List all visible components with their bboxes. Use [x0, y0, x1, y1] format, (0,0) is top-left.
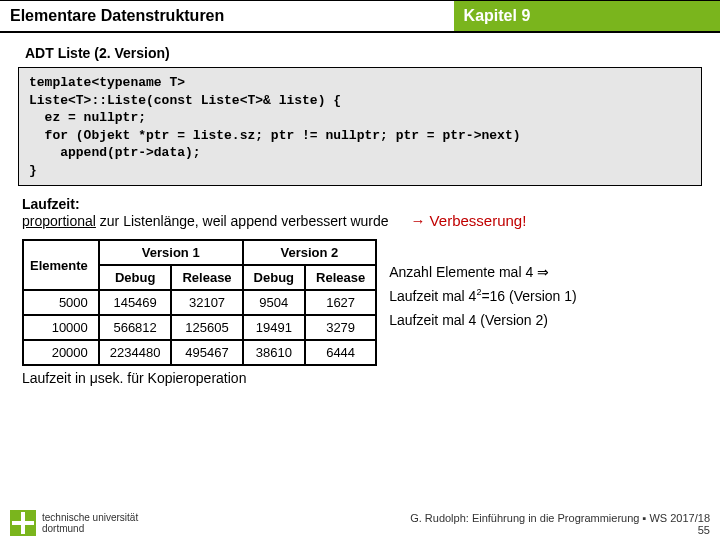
col-release1: Release — [171, 265, 242, 290]
header-chapter: Kapitel 9 — [454, 0, 720, 31]
uni-line2: dortmund — [42, 523, 138, 534]
cell-n: 10000 — [23, 315, 99, 340]
cell-n: 20000 — [23, 340, 99, 365]
group-version2: Version 2 — [243, 240, 377, 265]
cell: 6444 — [305, 340, 376, 365]
sidenote-line1: Anzahl Elemente mal 4 ⇒ — [389, 261, 577, 285]
sidenote-line3: Laufzeit mal 4 (Version 2) — [389, 309, 577, 333]
col-debug2: Debug — [243, 265, 305, 290]
slide-header: Elementare Datenstrukturen Kapitel 9 — [0, 0, 720, 33]
cell-n: 5000 — [23, 290, 99, 315]
cell: 3279 — [305, 315, 376, 340]
credit-text: G. Rudolph: Einführung in die Programmie… — [410, 512, 710, 524]
section-title: ADT Liste (2. Version) — [25, 45, 720, 61]
cell: 566812 — [99, 315, 172, 340]
code-block: template<typename T> Liste<T>::Liste(con… — [18, 67, 702, 186]
cell: 145469 — [99, 290, 172, 315]
performance-table: Elemente Version 1 Version 2 Debug Relea… — [22, 239, 377, 366]
sidenote-l2a: Laufzeit mal 4 — [389, 288, 476, 304]
tu-logo-icon — [10, 510, 36, 536]
university-logo: technische universität dortmund — [10, 510, 138, 536]
runtime-note: Laufzeit: proportional zur Listenlänge, … — [22, 196, 698, 229]
header-topic: Elementare Datenstrukturen — [0, 0, 454, 31]
runtime-text: zur Listenlänge, weil append verbessert … — [96, 213, 389, 229]
cell: 32107 — [171, 290, 242, 315]
cell: 38610 — [243, 340, 305, 365]
footer: technische universität dortmund G. Rudol… — [0, 506, 720, 538]
cell: 19491 — [243, 315, 305, 340]
cell: 2234480 — [99, 340, 172, 365]
page-number: 55 — [698, 524, 710, 536]
runtime-label: Laufzeit: — [22, 196, 80, 212]
university-name: technische universität dortmund — [42, 512, 138, 534]
sidenote-line2: Laufzeit mal 42=16 (Version 1) — [389, 285, 577, 309]
table-row: 20000 2234480 495467 38610 6444 — [23, 340, 376, 365]
runtime-proportional: proportional — [22, 213, 96, 229]
col-elemente: Elemente — [23, 240, 99, 290]
cell: 9504 — [243, 290, 305, 315]
col-debug1: Debug — [99, 265, 172, 290]
cell: 125605 — [171, 315, 242, 340]
group-version1: Version 1 — [99, 240, 243, 265]
side-notes: Anzahl Elemente mal 4 ⇒ Laufzeit mal 42=… — [389, 239, 577, 332]
table-row: 5000 145469 32107 9504 1627 — [23, 290, 376, 315]
sidenote-l2b: =16 (Version 1) — [481, 288, 576, 304]
credit-line: G. Rudolph: Einführung in die Programmie… — [138, 512, 710, 536]
table-row: 10000 566812 125605 19491 3279 — [23, 315, 376, 340]
table-area: Elemente Version 1 Version 2 Debug Relea… — [22, 239, 720, 366]
table-caption: Laufzeit in μsek. für Kopieroperation — [22, 370, 720, 386]
runtime-improvement: → Verbesserung! — [410, 212, 526, 229]
cell: 1627 — [305, 290, 376, 315]
col-release2: Release — [305, 265, 376, 290]
uni-line1: technische universität — [42, 512, 138, 523]
cell: 495467 — [171, 340, 242, 365]
